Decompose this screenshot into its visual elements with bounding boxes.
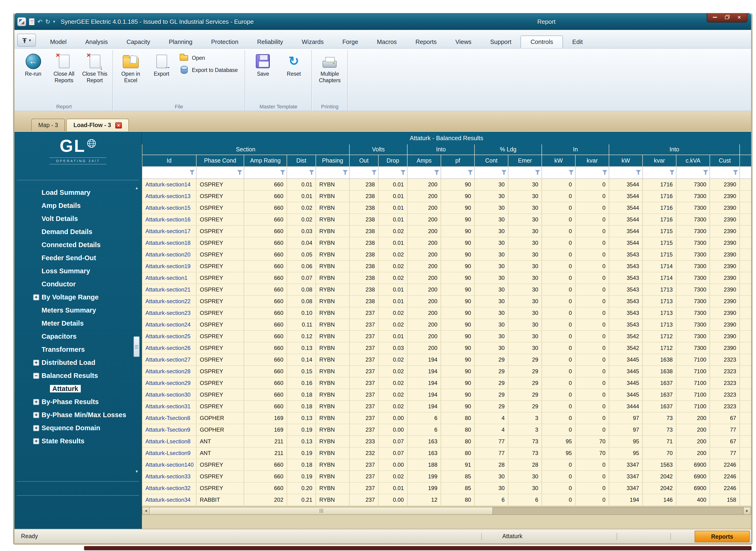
cell[interactable]: 238 xyxy=(349,213,378,225)
column-header-drop[interactable]: Drop xyxy=(378,155,407,166)
sidebar-item-connected-details[interactable]: Connected Details xyxy=(14,238,130,251)
cell[interactable]: 0 xyxy=(542,424,575,435)
table-row[interactable]: Attaturk-section30OSPREY6600.18RYBN2370.… xyxy=(142,389,751,400)
cell[interactable]: 30 xyxy=(508,470,542,482)
cell[interactable]: 0.01 xyxy=(378,330,407,342)
cell[interactable]: RYBN xyxy=(316,459,349,470)
cell[interactable]: 0.00 xyxy=(378,424,407,435)
sidebar-item-amp-details[interactable]: Amp Details xyxy=(14,199,130,212)
cell[interactable]: 237 xyxy=(349,307,378,319)
cell[interactable]: 3543 xyxy=(609,260,643,272)
cell[interactable]: 660 xyxy=(244,365,287,377)
cell[interactable]: 0 xyxy=(575,213,609,225)
cell[interactable]: 200 xyxy=(407,202,441,213)
cell[interactable]: 30 xyxy=(475,213,508,225)
cell[interactable]: 0.08 xyxy=(287,295,316,307)
cell[interactable]: 29 xyxy=(508,400,542,412)
cell[interactable]: 7100 xyxy=(676,400,710,412)
cell[interactable]: 211 xyxy=(244,435,287,447)
cell[interactable]: 202 xyxy=(244,494,287,505)
cell[interactable]: Attaturk-section17 xyxy=(142,225,196,237)
cell[interactable]: OSPREY xyxy=(196,190,244,202)
cell[interactable]: 3445 xyxy=(609,377,643,389)
cell[interactable]: RYBN xyxy=(316,202,349,213)
cell[interactable]: 237 xyxy=(349,319,378,330)
cell[interactable]: 80 xyxy=(441,447,475,459)
cell[interactable]: 0 xyxy=(575,319,609,330)
cell[interactable]: 1716 xyxy=(643,213,676,225)
table-row[interactable]: Attaturk-section17OSPREY6600.03RYBN2380.… xyxy=(142,225,751,237)
filter-icon[interactable] xyxy=(190,170,195,175)
cell[interactable]: 0 xyxy=(542,248,575,260)
cell[interactable]: RYBN xyxy=(316,377,349,389)
cell[interactable]: RYBN xyxy=(316,412,349,424)
cell[interactable]: 237 xyxy=(349,459,378,470)
cell[interactable]: 90 xyxy=(441,225,475,237)
filter-icon[interactable] xyxy=(501,170,506,175)
cell[interactable]: 30 xyxy=(475,190,508,202)
cell[interactable]: RYBN xyxy=(316,237,349,248)
reports-button[interactable]: Reports xyxy=(695,531,750,542)
cell[interactable]: 0 xyxy=(575,284,609,295)
cell[interactable]: 0 xyxy=(542,365,575,377)
cell[interactable]: 29 xyxy=(508,389,542,400)
cell[interactable]: 0.01 xyxy=(378,237,407,248)
cell[interactable]: 0.01 xyxy=(287,190,316,202)
cell[interactable]: 146 xyxy=(643,494,676,505)
cell[interactable]: RYBN xyxy=(316,319,349,330)
cell[interactable]: 0.13 xyxy=(287,342,316,354)
table-row[interactable]: Attaturk-section16OSPREY6600.02RYBN2380.… xyxy=(142,213,751,225)
cell[interactable]: 28 xyxy=(475,459,508,470)
cell[interactable]: 1712 xyxy=(643,330,676,342)
multiple-chapters-button[interactable]: Multiple Chapters xyxy=(314,51,345,84)
filter-icon[interactable] xyxy=(434,170,439,175)
cell[interactable]: 29 xyxy=(475,354,508,365)
cell[interactable]: RYBN xyxy=(316,190,349,202)
sidebar-item-by-voltage-range[interactable]: +By Voltage Range xyxy=(14,291,130,304)
cell[interactable]: OSPREY xyxy=(196,237,244,248)
column-header-cont[interactable]: Cont xyxy=(475,155,508,166)
cell[interactable]: RYBN xyxy=(316,307,349,319)
cell[interactable]: 1712 xyxy=(643,342,676,354)
cell[interactable]: 0 xyxy=(575,178,609,190)
cell[interactable]: 0 xyxy=(542,284,575,295)
cell[interactable]: 30 xyxy=(475,482,508,494)
cell[interactable]: 2323 xyxy=(710,354,740,365)
table-row[interactable]: Attaturk-section1OSPREY6600.07RYBN2380.0… xyxy=(142,272,751,284)
cell[interactable]: 91 xyxy=(441,459,475,470)
cell[interactable]: 67 xyxy=(710,412,740,424)
table-row[interactable]: Attaturk-section19OSPREY6600.06RYBN2380.… xyxy=(142,260,751,272)
cell[interactable]: 30 xyxy=(508,202,542,213)
cell[interactable]: Attaturk-section23 xyxy=(142,307,196,319)
cell[interactable]: 660 xyxy=(244,400,287,412)
app-menu-button[interactable]: Ŧ ▾ xyxy=(17,34,36,47)
cell[interactable]: 660 xyxy=(244,284,287,295)
cell[interactable]: 0.01 xyxy=(378,482,407,494)
cell[interactable]: 70 xyxy=(575,435,609,447)
cell[interactable]: 2390 xyxy=(710,178,740,190)
cell[interactable]: RYBN xyxy=(316,447,349,459)
cell[interactable]: 70 xyxy=(643,447,676,459)
cell[interactable]: 3544 xyxy=(609,190,643,202)
filter-cell[interactable] xyxy=(740,166,751,178)
sidebar-item-by-phase-min-max-losses[interactable]: +By-Phase Min/Max Losses xyxy=(14,408,130,421)
cell[interactable]: OSPREY xyxy=(196,248,244,260)
cell[interactable]: 77 xyxy=(475,435,508,447)
cell[interactable]: OSPREY xyxy=(196,178,244,190)
cell[interactable]: 3445 xyxy=(609,365,643,377)
sidebar-item-feeder-send-out[interactable]: Feeder Send-Out xyxy=(14,251,130,264)
cell[interactable]: 90 xyxy=(441,342,475,354)
cell[interactable]: Attaturk-section13 xyxy=(142,190,196,202)
filter-cell[interactable] xyxy=(378,166,407,178)
column-header-kw[interactable]: kW xyxy=(609,155,643,166)
cell[interactable]: 0.01 xyxy=(378,284,407,295)
cell[interactable]: 29 xyxy=(508,365,542,377)
cell[interactable]: RYBN xyxy=(316,470,349,482)
minimize-icon[interactable] xyxy=(709,14,721,21)
cell[interactable]: 0 xyxy=(542,319,575,330)
cell[interactable]: Attaturk-section16 xyxy=(142,213,196,225)
filter-icon[interactable] xyxy=(569,170,574,175)
cell[interactable]: 95 xyxy=(542,447,575,459)
cell[interactable]: 660 xyxy=(244,260,287,272)
cell[interactable]: 95 xyxy=(609,435,643,447)
